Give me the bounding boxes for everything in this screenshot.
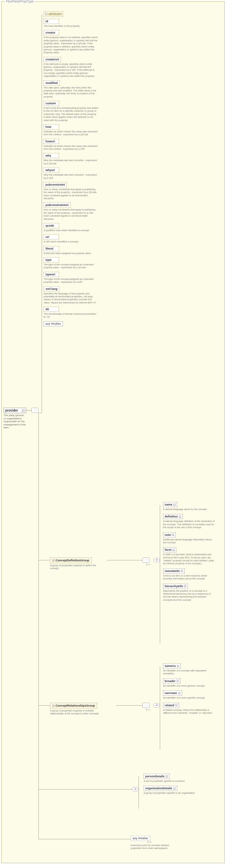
h-conn-any bbox=[38, 839, 131, 839]
collapse-icon[interactable]: − bbox=[22, 409, 25, 412]
attribute-name[interactable]: qcode bbox=[43, 223, 59, 228]
def-node-label: note bbox=[165, 533, 171, 536]
attribute-name[interactable]: type bbox=[43, 257, 59, 262]
plus-icon: + bbox=[176, 680, 179, 682]
any-other-box[interactable]: any ##other bbox=[43, 321, 63, 327]
provider-element-box[interactable]: provider − bbox=[4, 408, 26, 413]
rel-node-label: narrower bbox=[165, 691, 177, 695]
rel-node-desc: An identifier of a more specific concept… bbox=[163, 696, 215, 699]
def-item-remoteInfo: remoteInfo+A link to an item or a web re… bbox=[163, 568, 221, 580]
def-item-note: note+Additional natural language informa… bbox=[163, 532, 221, 544]
attributes-header[interactable]: − attributes bbox=[43, 11, 63, 17]
def-node-box[interactable]: name+ bbox=[163, 502, 177, 507]
flex-party-prop-type-container: FlexPartyPropType provider − The party (… bbox=[1, 1, 225, 863]
attribute-name[interactable]: why bbox=[43, 153, 59, 158]
plus-icon: + bbox=[177, 665, 179, 667]
def-item-hierarchyInfo: hierarchyInfo+Represents the position of… bbox=[163, 584, 221, 602]
attribute-how: howIndicates by which means the value wa… bbox=[43, 124, 98, 136]
def-node-box[interactable]: facet+ bbox=[163, 547, 176, 552]
attribute-desc: A qualified code which identifies a conc… bbox=[43, 229, 98, 232]
def-item-name: name+A natural language name for the con… bbox=[163, 502, 221, 511]
def-occ: 0..∞ bbox=[142, 563, 150, 565]
attribute-name[interactable]: id bbox=[43, 19, 59, 24]
attribute-uri: uriA URI which identifies a concept. bbox=[43, 234, 98, 243]
attr-vertical-connector bbox=[42, 14, 42, 413]
h-conn2 bbox=[38, 413, 42, 413]
attribute-desc: Indicates by which means the value was e… bbox=[43, 145, 98, 151]
rel-node-box[interactable]: related+ bbox=[163, 703, 179, 708]
rel-item-sameAs: sameAs+An identifier of a concept with e… bbox=[163, 663, 221, 675]
attribute-creatoruri: creatoruriIf the attribute is empty, spe… bbox=[43, 57, 98, 78]
attributes-group: − attributes idThe local identifier of t… bbox=[43, 11, 108, 329]
attribute-why: whyWhy the metadata has been included - … bbox=[43, 153, 98, 165]
attribute-pubconstrainturi: pubconstrainturiOne or many constraints … bbox=[43, 203, 98, 220]
rel-node-label: related bbox=[165, 704, 174, 707]
attribute-desc: If set to true the corresponding propert… bbox=[43, 106, 98, 122]
attribute-desc: A URI which identifies a concept. bbox=[43, 240, 98, 243]
any-other-attr: any ##other bbox=[43, 321, 98, 327]
detail-choice-items: personDetails+A set of properties specif… bbox=[144, 774, 208, 798]
minus-icon: − bbox=[52, 705, 55, 707]
attribute-desc: If the property value is not defined, sp… bbox=[43, 36, 98, 54]
attribute-name[interactable]: custom bbox=[43, 101, 59, 106]
def-node-label: definition bbox=[165, 515, 178, 518]
bottom-any-occ: 0..∞ bbox=[144, 841, 152, 843]
attribute-name[interactable]: dir bbox=[43, 307, 59, 312]
attribute-name[interactable]: uri bbox=[43, 234, 59, 240]
attribute-name[interactable]: howuri bbox=[43, 139, 59, 144]
attribute-name[interactable]: modified bbox=[43, 81, 60, 86]
def-node-box[interactable]: definition+ bbox=[163, 514, 183, 519]
def-node-box[interactable]: remoteInfo+ bbox=[163, 568, 185, 574]
concept-relationships-group-desc: A group of properties required to indica… bbox=[50, 709, 105, 715]
attribute-name[interactable]: how bbox=[43, 124, 59, 129]
concept-relationships-group-area: − ConceptRelationshipsGroup A group of p… bbox=[50, 703, 105, 715]
attribute-name[interactable]: pubconstraint bbox=[43, 182, 67, 187]
minus-icon: − bbox=[45, 13, 47, 15]
rel-node-box[interactable]: narrower+ bbox=[163, 690, 182, 695]
def-vertical-connector bbox=[160, 505, 160, 643]
container-title: FlexPartyPropType bbox=[5, 0, 35, 3]
attribute-desc: One or many constraints that apply to pu… bbox=[43, 188, 98, 200]
minus-icon: − bbox=[52, 559, 55, 562]
concept-definition-group-box[interactable]: − ConceptDefinitionGroup bbox=[50, 557, 92, 563]
h-conn-rel-r bbox=[117, 705, 142, 706]
attribute-name[interactable]: whyuri bbox=[43, 167, 59, 173]
attribute-name[interactable]: literal bbox=[43, 246, 59, 251]
rel-item-broader: broader+An identifier of a more generic … bbox=[163, 679, 221, 687]
concept-definition-group-desc: A group of properties required to define… bbox=[50, 564, 105, 570]
bottom-any-box[interactable]: any ##other bbox=[131, 836, 150, 841]
attribute-whyuri: whyuriWhy the metadata has been included… bbox=[43, 167, 98, 180]
attribute-name[interactable]: creatoruri bbox=[43, 57, 61, 62]
details-choice-icon: ⇄ bbox=[132, 787, 138, 792]
plus-icon: + bbox=[179, 516, 181, 518]
def-node-label: facet bbox=[165, 548, 171, 551]
detail-node-box[interactable]: organisationDetails+ bbox=[144, 786, 177, 791]
attribute-typeuri: typeuriThe type of the concept assigned … bbox=[43, 272, 98, 284]
attribute-name[interactable]: pubconstrainturi bbox=[43, 203, 71, 208]
def-node-box[interactable]: hierarchyInfo+ bbox=[163, 584, 188, 589]
concept-relationships-group-box[interactable]: − ConceptRelationshipsGroup bbox=[50, 703, 97, 709]
detail-node-desc: A group of properties specific to an org… bbox=[144, 792, 195, 795]
def-item-definition: definition+A natural language definition… bbox=[163, 514, 221, 529]
attribute-id: idThe local identifier of the property. bbox=[43, 19, 98, 27]
plus-icon: + bbox=[166, 775, 168, 778]
def-node-box[interactable]: note+ bbox=[163, 532, 175, 537]
def-node-desc: Represents the position of a concept in … bbox=[163, 589, 215, 602]
rel-item-narrower: narrower+An identifier of a more specifi… bbox=[163, 690, 221, 699]
attribute-xmllang: xml:langSpecifies the language of this p… bbox=[43, 286, 98, 304]
rel-node-label: sameAs bbox=[165, 664, 176, 668]
attribute-name[interactable]: typeuri bbox=[43, 272, 59, 277]
rel-node-box[interactable]: sameAs+ bbox=[163, 663, 181, 669]
attribute-name[interactable]: creator bbox=[43, 30, 59, 35]
plus-icon: + bbox=[184, 585, 186, 587]
bottom-any-area: any ##other 0..∞ Extension point for pro… bbox=[131, 836, 176, 850]
rel-node-box[interactable]: broader+ bbox=[163, 679, 181, 684]
concept-relationships-group-label: ConceptRelationshipsGroup bbox=[56, 704, 95, 707]
provider-desc: The party (person or organisation) respo… bbox=[4, 414, 26, 429]
attribute-name[interactable]: xml:lang bbox=[43, 286, 59, 291]
def-item-facet: facet+In NAR 1.8 and later, facet is dep… bbox=[163, 547, 221, 565]
detail-node-box[interactable]: personDetails+ bbox=[144, 774, 169, 779]
def-node-desc: A natural language name for the concept. bbox=[163, 508, 215, 511]
h-conn-def-r bbox=[107, 560, 142, 560]
attribute-creator: creatorIf the property value is not defi… bbox=[43, 30, 98, 54]
